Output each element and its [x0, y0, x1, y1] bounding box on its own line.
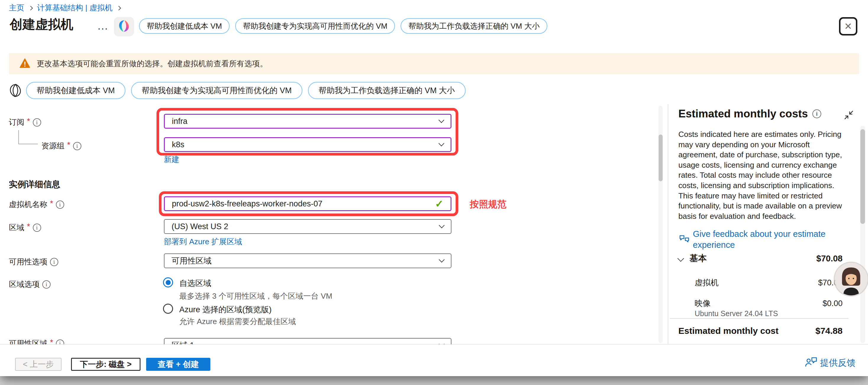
- total-label: Estimated monthly cost: [678, 326, 778, 336]
- region-label: 区域 *: [9, 222, 41, 233]
- chevron-expanded-icon[interactable]: [678, 255, 684, 262]
- radio-self-select-zones-label[interactable]: 自选区域: [179, 278, 211, 289]
- cost-item-amount: $0.00: [823, 299, 842, 308]
- region-value: (US) West US 2: [172, 222, 228, 231]
- cost-item-label: 虚拟机: [695, 277, 719, 288]
- cost-total-row: Estimated monthly cost $74.88: [678, 326, 842, 336]
- footer-bar: < 上一步 下一步: 磁盘 > 查看 + 创建 提供反馈: [0, 344, 868, 376]
- chevron-down-icon: [438, 117, 444, 123]
- new-resource-group-link[interactable]: 新建: [164, 154, 179, 165]
- info-icon[interactable]: [50, 258, 58, 266]
- instance-details-heading: 实例详细信息: [9, 179, 60, 190]
- zone-options-label: 区域选项: [9, 279, 51, 289]
- content-divider: [668, 104, 668, 344]
- resource-group-value: k8s: [172, 140, 184, 149]
- vm-name-label: 虚拟机名称 *: [9, 199, 64, 210]
- copilot-icon: [117, 19, 131, 34]
- region-dropdown[interactable]: (US) West US 2: [164, 219, 452, 234]
- close-icon: ✕: [844, 21, 852, 32]
- azure-portal-screen: 主页 计算基础结构 | 虚拟机 创建虚拟机 … 帮助我创建低成本 VM 帮助我创…: [0, 0, 868, 385]
- chevron-right-icon: [28, 6, 33, 11]
- subscription-value: infra: [172, 117, 188, 126]
- required-asterisk: *: [27, 222, 30, 231]
- annotation-text: 按照规范: [470, 198, 506, 211]
- cost-item-row: 虚拟机 $70.08: [695, 277, 842, 288]
- chevron-right-icon: [117, 6, 121, 11]
- assist-button-low-cost[interactable]: 帮助我创建低成本 VM: [139, 18, 229, 34]
- deploy-extended-zone-link[interactable]: 部署到 Azure 扩展区域: [164, 236, 242, 247]
- cost-panel-title: Estimated monthly costs: [678, 108, 821, 120]
- review-create-button[interactable]: 查看 + 创建: [146, 358, 210, 371]
- close-button[interactable]: ✕: [839, 17, 857, 35]
- required-asterisk: *: [67, 140, 70, 150]
- create-vm-flyout: 主页 计算基础结构 | 虚拟机 创建虚拟机 … 帮助我创建低成本 VM 帮助我创…: [0, 0, 868, 376]
- info-icon[interactable]: [56, 200, 64, 209]
- avatar[interactable]: [835, 263, 867, 295]
- breadcrumb: 主页 计算基础结构 | 虚拟机: [9, 3, 120, 13]
- resource-group-label: 资源组 *: [41, 141, 81, 151]
- radio-azure-selected-zones-desc: 允许 Azure 根据需要分配最佳区域: [179, 316, 296, 327]
- main-scrollbar-thumb[interactable]: [658, 134, 663, 181]
- copilot-suggestions-row: 帮助我创建低成本 VM 帮助我创建专为实现高可用性而优化的 VM 帮助我为工作负…: [26, 82, 466, 99]
- cost-group-label: 基本: [690, 253, 707, 264]
- assist-button-vm-size[interactable]: 帮助我为工作负载选择正确的 VM 大小: [308, 82, 466, 99]
- cost-panel-description: Costs indicated here are estimates only.…: [678, 129, 848, 221]
- page-title: 创建虚拟机: [10, 16, 73, 33]
- radio-self-select-zones-desc: 最多选择 3 个可用性区域，每个区域一台 VM: [179, 291, 332, 301]
- chevron-down-icon: [438, 140, 444, 147]
- warning-banner: 更改基本选项可能会重置所做的选择。创建虚拟机前查看所有选项。: [9, 53, 859, 74]
- resource-group-connector: [18, 130, 19, 144]
- chevron-down-icon: [439, 257, 445, 263]
- vm-name-input[interactable]: prod-usw2-k8s-freeleaps-worker-nodes-07 …: [164, 196, 452, 211]
- banner-text: 更改基本选项可能会重置所做的选择。创建虚拟机前查看所有选项。: [37, 59, 268, 69]
- radio-azure-selected-zones[interactable]: [163, 304, 173, 314]
- assist-button-low-cost[interactable]: 帮助我创建低成本 VM: [26, 82, 125, 99]
- warning-icon: [20, 58, 30, 69]
- copilot-button[interactable]: [114, 17, 134, 36]
- radio-azure-selected-zones-label[interactable]: Azure 选择的区域(预览版): [179, 304, 272, 315]
- copilot-outline-icon: [8, 84, 23, 99]
- give-feedback-link[interactable]: 提供反馈: [820, 357, 856, 369]
- next-disks-button[interactable]: 下一步: 磁盘 >: [71, 358, 141, 371]
- cost-divider: [670, 318, 848, 319]
- previous-button[interactable]: < 上一步: [15, 358, 62, 371]
- cost-group-row[interactable]: 基本 $70.08: [678, 253, 842, 264]
- subscription-dropdown[interactable]: infra: [164, 114, 452, 129]
- required-asterisk: *: [27, 117, 30, 126]
- info-icon[interactable]: [73, 142, 81, 150]
- cost-group-amount: $70.08: [816, 254, 842, 263]
- info-icon[interactable]: [42, 280, 51, 289]
- assist-button-vm-size[interactable]: 帮助我为工作负载选择正确的 VM 大小: [401, 18, 547, 34]
- feedback-persons-icon: [805, 356, 818, 369]
- info-icon[interactable]: [812, 109, 821, 118]
- estimate-feedback-link[interactable]: Give feedback about your estimate experi…: [693, 229, 835, 251]
- subscription-label: 订阅 *: [9, 117, 41, 127]
- cost-item-label: 映像: [695, 298, 711, 309]
- chevron-down-icon: [439, 222, 445, 228]
- availability-options-value: 可用性区域: [172, 255, 212, 266]
- breadcrumb-home-link[interactable]: 主页: [9, 3, 24, 13]
- required-asterisk: *: [50, 199, 53, 208]
- availability-options-dropdown[interactable]: 可用性区域: [164, 253, 452, 268]
- breadcrumb-section-link[interactable]: 计算基础结构 | 虚拟机: [37, 3, 113, 13]
- copilot-suggestions-row-header: 帮助我创建低成本 VM 帮助我创建专为实现高可用性而优化的 VM 帮助我为工作负…: [139, 18, 547, 34]
- availability-options-label: 可用性选项: [9, 257, 58, 267]
- feedback-bubbles-icon: [679, 233, 690, 246]
- info-icon[interactable]: [33, 224, 41, 232]
- assist-button-high-availability[interactable]: 帮助我创建专为实现高可用性而优化的 VM: [235, 18, 395, 34]
- panel-scrollbar-thumb[interactable]: [860, 129, 865, 224]
- resource-group-dropdown[interactable]: k8s: [164, 137, 452, 152]
- assist-button-high-availability[interactable]: 帮助我创建专为实现高可用性而优化的 VM: [131, 82, 302, 99]
- valid-check-icon: ✓: [435, 198, 444, 210]
- info-icon[interactable]: [33, 118, 41, 127]
- resource-group-connector: [18, 144, 38, 144]
- radio-self-select-zones[interactable]: [163, 277, 173, 287]
- cost-item-sub: Ubuntu Server 24.04 LTS: [695, 309, 778, 318]
- collapse-panel-icon[interactable]: [844, 110, 854, 121]
- total-amount: $74.88: [815, 326, 842, 336]
- vm-name-value: prod-usw2-k8s-freeleaps-worker-nodes-07: [172, 199, 322, 208]
- cost-item-row: 映像 $0.00: [695, 298, 842, 309]
- more-options-button[interactable]: …: [97, 20, 109, 32]
